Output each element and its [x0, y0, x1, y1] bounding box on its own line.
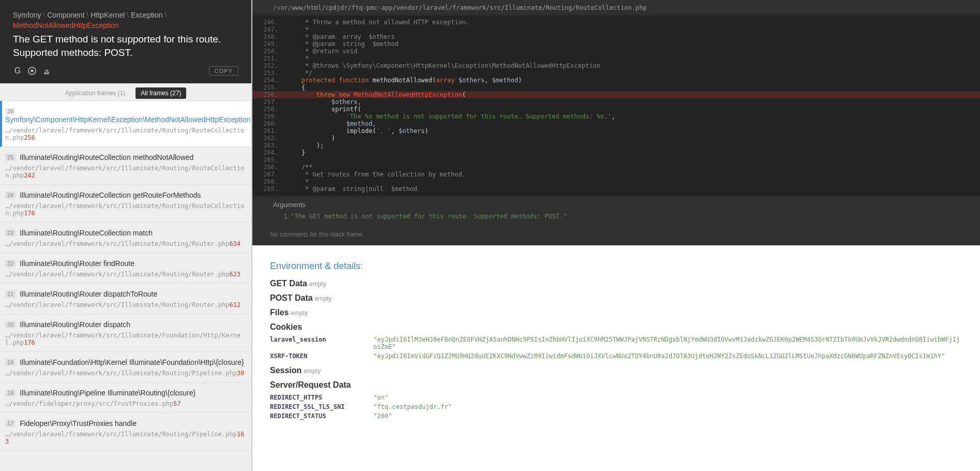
- frame-index: 25: [5, 154, 16, 161]
- table-row: REDIRECT_STATUS"200": [270, 411, 962, 421]
- section-label: Cookies: [270, 322, 302, 332]
- frame-path: …/vendor/laravel/framework/src/Illuminat…: [5, 127, 246, 141]
- kv-value: "200": [373, 411, 962, 421]
- code-line: 256. throw new MethodNotAllowedHttpExcep…: [252, 91, 980, 98]
- section-label: Session: [270, 366, 301, 375]
- kv-table: REDIRECT_HTTPS"on"REDIRECT_SSL_TLS_SNI"f…: [270, 393, 962, 421]
- frame-index: 28: [5, 108, 16, 115]
- frame-path: …/vendor/laravel/framework/src/Illuminat…: [5, 332, 246, 346]
- detail-section: Filesempty: [270, 308, 962, 317]
- right-panel[interactable]: /var/www/html/cpdjdr/ftq-pmc-app/vendor/…: [252, 0, 980, 471]
- code-line: 260. $method,: [252, 120, 980, 127]
- stack-frame[interactable]: 28 Symfony\Component\HttpKernel\Exceptio…: [0, 101, 251, 147]
- code-file-path: /var/www/html/cpdjdr/ftq-pmc-app/vendor/…: [252, 0, 980, 16]
- frame-path: …/vendor/laravel/framework/src/Illuminat…: [5, 301, 246, 308]
- stack-frame[interactable]: 24 Illuminate\Routing\RouteCollection ge…: [0, 185, 251, 223]
- kv-key: laravel_session: [270, 335, 373, 351]
- section-label: Server/Request Data: [270, 380, 351, 390]
- google-icon[interactable]: G: [13, 66, 22, 76]
- code-line: 269. * @param string|null $method: [252, 185, 980, 193]
- frame-comments: No comments for this stack frame.: [252, 228, 980, 245]
- frame-path: …/vendor/laravel/framework/src/Illuminat…: [5, 370, 246, 377]
- frame-index: 23: [5, 229, 16, 237]
- code-line: 251. *: [252, 55, 980, 62]
- frame-title: Fideloper\Proxy\TrustProxies handle: [20, 419, 137, 428]
- code-line: 257. $others,: [252, 98, 980, 106]
- stack-frame[interactable]: 19 Illuminate\Foundation\Http\Kernel Ill…: [0, 352, 251, 382]
- detail-section: Sessionempty: [270, 366, 962, 375]
- section-empty: empty: [309, 281, 326, 288]
- section-label: Files: [270, 308, 289, 317]
- frame-index: 24: [5, 192, 16, 199]
- table-row: XSRF-TOKEN"eyJpdiI6ImVidGFzQ1Z2MU9HQ2duU…: [270, 351, 962, 361]
- section-empty: empty: [291, 310, 308, 317]
- section-label: GET Data: [270, 279, 307, 288]
- section-empty: empty: [315, 295, 332, 302]
- stack-frame[interactable]: 23 Illuminate\Routing\RouteCollection ma…: [0, 223, 251, 253]
- exception-message: The GET method is not supported for this…: [13, 33, 238, 59]
- exception-header: Symfony \ Component \ HttpKernel \ Excep…: [0, 0, 251, 83]
- table-row: REDIRECT_SSL_TLS_SNI"ftq.cestpasdujdr.fr…: [270, 402, 962, 411]
- code-line: 268. *: [252, 178, 980, 185]
- code-line: 248. * @param array $others: [252, 33, 980, 40]
- frames-filter: Application frames (1) All frames (27): [0, 83, 251, 101]
- frame-title: Illuminate\Routing\Router findRoute: [20, 259, 134, 268]
- code-line: 267. * Get routes from the collection by…: [252, 171, 980, 178]
- stack-frame[interactable]: 20 Illuminate\Routing\Router dispatch …/…: [0, 314, 251, 352]
- code-line: 253. */: [252, 69, 980, 77]
- environment-details: Environment & details: GET DataemptyPOST…: [252, 245, 980, 441]
- frame-path: …/vendor/laravel/framework/src/Illuminat…: [5, 271, 246, 278]
- breadcrumb-part: Symfony: [13, 11, 41, 19]
- duckduckgo-icon[interactable]: [27, 66, 37, 76]
- stack-frame[interactable]: 17 Fideloper\Proxy\TrustProxies handle ……: [0, 413, 251, 451]
- frame-path: …/vendor/fideloper/proxy/src/TrustProxie…: [5, 400, 246, 407]
- stack-frame[interactable]: 22 Illuminate\Routing\Router findRoute ……: [0, 253, 251, 284]
- stack-frame[interactable]: 18 Illuminate\Routing\Pipeline Illuminat…: [0, 382, 251, 413]
- section-label: POST Data: [270, 293, 313, 303]
- code-block: /var/www/html/cpdjdr/ftq-pmc-app/vendor/…: [252, 0, 980, 245]
- section-empty: empty: [304, 367, 321, 375]
- breadcrumb-part: Exception: [131, 11, 162, 19]
- filter-all-frames[interactable]: All frames (27): [135, 87, 186, 99]
- code-line: 247. *: [252, 26, 980, 33]
- code-line: 262. ): [252, 135, 980, 142]
- frame-path: …/vendor/laravel/framework/src/Illuminat…: [5, 165, 246, 179]
- argument-item: "The GET method is not supported for thi…: [291, 213, 959, 220]
- kv-value: "eyJpdiI6IlM3eHJ0eFBnQnZEOFVHZjA5anhDNHc…: [373, 335, 962, 351]
- detail-section: Server/Request DataREDIRECT_HTTPS"on"RED…: [270, 380, 962, 421]
- code-line: 259. 'The %s method is not supported for…: [252, 113, 980, 120]
- kv-value: "ftq.cestpasdujdr.fr": [373, 402, 962, 411]
- frame-path: …/vendor/laravel/framework/src/Illuminat…: [5, 240, 246, 247]
- frame-title: Illuminate\Routing\RouteCollection getRo…: [20, 191, 201, 199]
- frame-title: Illuminate\Routing\Pipeline Illuminate\R…: [20, 389, 195, 397]
- frame-index: 20: [5, 321, 16, 328]
- code-line: 258. sprintf(: [252, 106, 980, 113]
- frame-title: Illuminate\Foundation\Http\Kernel Illumi…: [20, 358, 244, 366]
- arguments-label: Arguments: [273, 201, 959, 209]
- kv-key: REDIRECT_SSL_TLS_SNI: [270, 402, 373, 411]
- code-line: 252. * @throws \Symfony\Component\HttpKe…: [252, 62, 980, 69]
- breadcrumb: Symfony \ Component \ HttpKernel \ Excep…: [13, 10, 238, 31]
- filter-application-frames[interactable]: Application frames (1): [65, 90, 126, 97]
- frame-index: 17: [5, 420, 16, 427]
- stack-frame[interactable]: 21 Illuminate\Routing\Router dispatchToR…: [0, 284, 251, 314]
- code-line: 264. }: [252, 149, 980, 156]
- code-line: 246. * Throw a method not allowed HTTP e…: [252, 19, 980, 26]
- code-line: 250. * @return void: [252, 48, 980, 55]
- frame-index: 22: [5, 260, 16, 267]
- breadcrumb-part: Component: [47, 11, 84, 19]
- stack-frame[interactable]: 25 Illuminate\Routing\RouteCollection me…: [0, 147, 251, 185]
- stack-frames-list[interactable]: 28 Symfony\Component\HttpKernel\Exceptio…: [0, 101, 251, 471]
- stackoverflow-icon[interactable]: [42, 66, 51, 76]
- kv-value: "on": [373, 393, 962, 402]
- frame-path: …/vendor/laravel/framework/src/Illuminat…: [5, 431, 246, 445]
- kv-key: XSRF-TOKEN: [270, 351, 373, 361]
- code-line: 266. /**: [252, 164, 980, 171]
- detail-section: GET Dataempty: [270, 279, 962, 288]
- kv-key: REDIRECT_HTTPS: [270, 393, 373, 402]
- code-lines: 246. * Throw a method not allowed HTTP e…: [252, 16, 980, 196]
- code-line: 249. * @param string $method: [252, 40, 980, 48]
- left-panel: Symfony \ Component \ HttpKernel \ Excep…: [0, 0, 252, 471]
- copy-button[interactable]: COPY: [209, 66, 238, 76]
- svg-point-1: [31, 70, 34, 72]
